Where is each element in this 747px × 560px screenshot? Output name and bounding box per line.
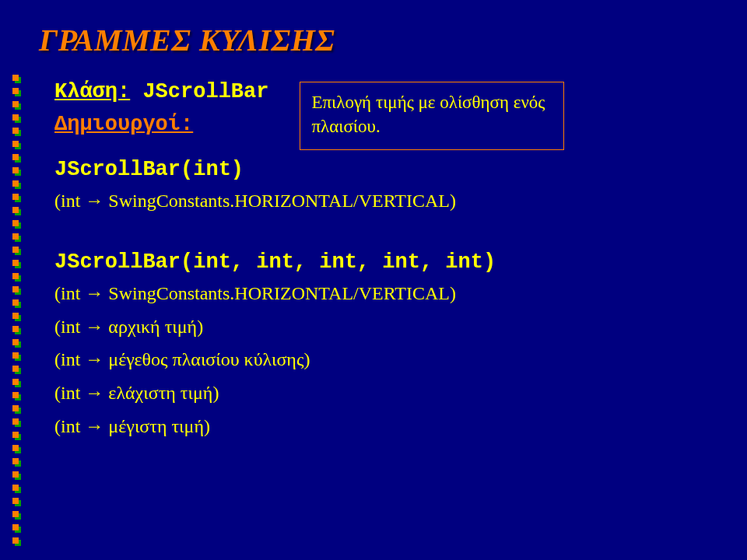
bullet-icon (12, 75, 21, 83)
constructor-2-param-3: (int → μέγεθος πλαισίου κύλισης) (54, 346, 747, 373)
slide-bullets (12, 75, 21, 546)
param-desc: μέγιστη τιμή) (108, 416, 210, 436)
constructor-2-param-1: (int → SwingConstants.HORIZONTAL/VERTICA… (54, 280, 747, 307)
constructor-2-param-2: (int → αρχική τιμή) (54, 313, 747, 341)
bullet-icon (12, 445, 21, 453)
bullet-icon (12, 326, 21, 334)
class-label: Κλάση: (54, 80, 130, 103)
constructor-signature-2: JScrollBar(int, int, int, int, int) (54, 250, 747, 274)
bullet-icon (12, 392, 21, 401)
constructor-2-param-4: (int → ελάχιστη τιμή) (54, 380, 747, 407)
bullet-icon (12, 286, 21, 295)
constructor-1-param-1: (int → SwingConstants.HORIZONTAL/VERTICA… (54, 187, 747, 215)
bullet-icon (12, 167, 21, 176)
arrow-icon: → (85, 348, 103, 369)
param-prefix: (int (54, 416, 80, 436)
param-desc: αρχική τιμή) (108, 317, 203, 337)
arrow-icon: → (85, 316, 103, 337)
bullet-icon (12, 511, 21, 520)
bullet-icon (12, 299, 21, 308)
constructors-heading: Δημιουργοί: (54, 113, 268, 136)
arrow-icon: → (85, 415, 103, 436)
param-desc: SwingConstants.HORIZONTAL/VERTICAL) (108, 283, 456, 303)
bullet-icon (12, 313, 21, 321)
constructor-2-param-5: (int → μέγιστη τιμή) (54, 413, 747, 440)
bullet-icon (12, 220, 21, 229)
bullet-icon (12, 180, 21, 189)
param-prefix: (int (54, 317, 80, 337)
param-desc: ελάχιστη τιμή) (108, 383, 219, 403)
arrow-icon: → (85, 282, 103, 303)
bullet-icon (12, 418, 21, 427)
bullet-icon (12, 114, 21, 123)
slide-title: ΓΡΑΜΜΕΣ ΚΥΛΙΣΗΣ (39, 22, 747, 58)
slide-content: Κλάση: JScrollBar Δημιουργοί: Επιλογή τι… (39, 80, 747, 440)
param-prefix: (int (54, 191, 80, 211)
param-prefix: (int (54, 283, 80, 303)
param-desc: SwingConstants.HORIZONTAL/VERTICAL) (108, 191, 456, 211)
bullet-icon (12, 471, 21, 480)
bullet-icon (12, 366, 21, 374)
arrow-icon: → (85, 382, 103, 403)
bullet-icon (12, 405, 21, 414)
bullet-icon (12, 458, 21, 467)
description-box: Επιλογή τιμής με ολίσθηση ενός πλαισίου. (300, 82, 564, 150)
arrow-icon: → (85, 190, 103, 211)
class-name: JScrollBar (142, 80, 268, 103)
param-prefix: (int (54, 349, 80, 369)
bullet-icon (12, 233, 21, 242)
bullet-icon (12, 88, 21, 96)
param-desc: μέγεθος πλαισίου κύλισης) (108, 349, 310, 369)
bullet-icon (12, 339, 21, 348)
bullet-icon (12, 432, 21, 440)
bullet-icon (12, 154, 21, 163)
bullet-icon (12, 498, 21, 506)
bullet-icon (12, 379, 21, 387)
bullet-icon (12, 273, 21, 282)
bullet-icon (12, 141, 21, 149)
bullet-icon (12, 207, 21, 215)
bullet-icon (12, 247, 21, 255)
param-prefix: (int (54, 383, 80, 403)
bullet-icon (12, 101, 21, 110)
bullet-icon (12, 128, 21, 136)
bullet-icon (12, 260, 21, 268)
bullet-icon (12, 485, 21, 493)
bullet-icon (12, 194, 21, 202)
constructor-signature-1: JScrollBar(int) (54, 158, 747, 181)
bullet-icon (12, 537, 21, 546)
class-line: Κλάση: JScrollBar (54, 80, 268, 103)
bullet-icon (12, 352, 21, 361)
bullet-icon (12, 524, 21, 533)
